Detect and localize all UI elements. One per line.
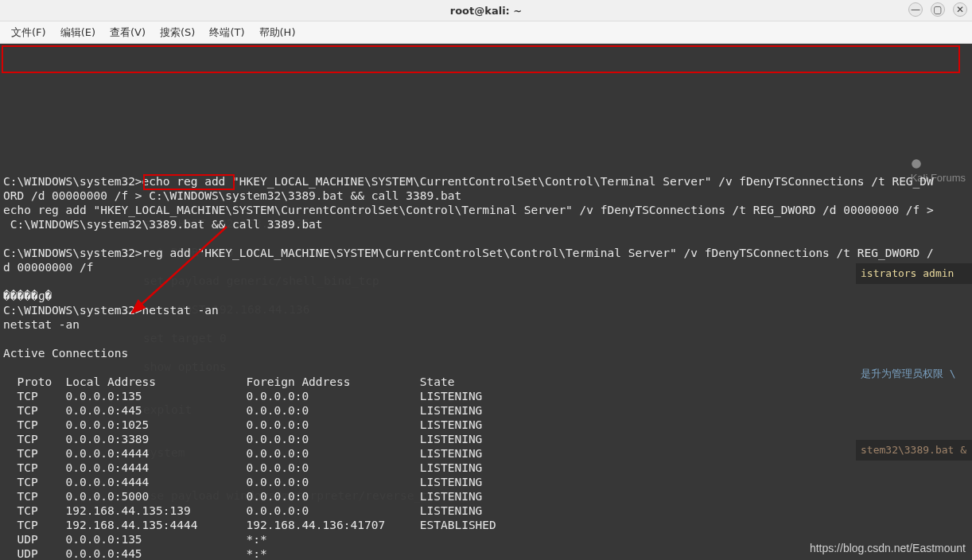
terminal-output: C:\WINDOWS\system32>echo reg add "HKEY_L… (3, 174, 969, 560)
terminal-viewport[interactable]: Kali Forums istrators admin 是升为管理员权限 \ s… (0, 44, 972, 560)
menu-file[interactable]: 文件(F) (5, 23, 52, 42)
terminal-window: root@kali: ~ — ▢ ✕ 文件(F) 编辑(E) 查看(V) 搜索(… (0, 0, 972, 560)
maximize-button[interactable]: ▢ (931, 2, 945, 17)
watermark: https://blog.csdn.net/Eastmount (810, 541, 966, 555)
menubar: 文件(F) 编辑(E) 查看(V) 搜索(S) 终端(T) 帮助(H) (0, 21, 972, 44)
menu-view[interactable]: 查看(V) (103, 23, 152, 42)
window-buttons: — ▢ ✕ (908, 2, 967, 17)
menu-edit[interactable]: 编辑(E) (54, 23, 102, 42)
menu-terminal[interactable]: 终端(T) (203, 23, 251, 42)
close-button[interactable]: ✕ (953, 2, 967, 17)
menu-search[interactable]: 搜索(S) (154, 23, 201, 42)
minimize-button[interactable]: — (908, 2, 923, 17)
highlight-box-echo-cmd (2, 45, 960, 73)
titlebar[interactable]: root@kali: ~ — ▢ ✕ (0, 0, 972, 21)
menu-help[interactable]: 帮助(H) (253, 23, 302, 42)
window-title: root@kali: ~ (450, 5, 522, 17)
